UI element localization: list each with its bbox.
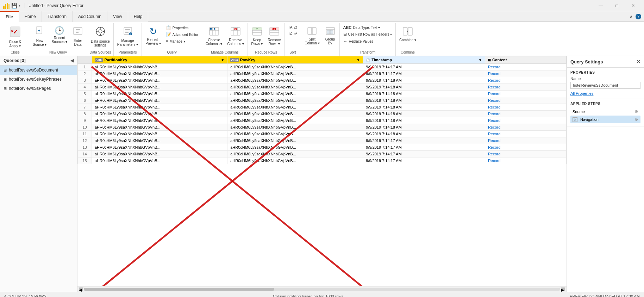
choose-columns-button[interactable]: ChooseColumns ▾ (204, 25, 224, 47)
record-link[interactable]: Record (488, 152, 500, 156)
table-row[interactable]: 6aHR0cHM6Ly9saXNhXNhbGVpVnB...aHR0cHM6Ly… (78, 97, 567, 104)
table-row[interactable]: 7aHR0cHM6Ly9saXNhXNhbGVpVnB...aHR0cHM6Ly… (78, 104, 567, 111)
query-item-hotel-reviews-key[interactable]: ⊞ hotelReviewsSsKeyPhrases (0, 75, 77, 84)
collapse-icon[interactable]: ∧ (630, 14, 633, 19)
table-row[interactable]: 13aHR0cHM6Ly9saXNhXNhbGVpVnB...aHR0cHM6L… (78, 144, 567, 151)
content-cell[interactable]: Record (485, 70, 566, 77)
manage-parameters-button[interactable]: ≡ ManageParameters ▾ (115, 25, 140, 48)
content-cell[interactable]: Record (485, 111, 566, 117)
queries-collapse-button[interactable]: ◀ (70, 58, 74, 63)
step-source-gear-icon[interactable]: ⚙ (634, 109, 638, 114)
combine-button[interactable]: Combine ▾ (397, 25, 418, 43)
col-header-partition[interactable]: ABC PartitionKey ▼ (92, 56, 227, 64)
record-link[interactable]: Record (488, 105, 500, 109)
recent-sources-button[interactable]: 🕒 RecentSources ▾ (49, 25, 69, 45)
enter-data-button[interactable]: EnterData (70, 25, 86, 48)
settings-close-icon[interactable]: ✕ (636, 59, 640, 64)
record-link[interactable]: Record (488, 125, 500, 129)
data-type-button[interactable]: ABC Data Type: Text ▾ (341, 25, 382, 30)
replace-values-button[interactable]: ↔ Replace Values (341, 38, 375, 44)
table-row[interactable]: 8aHR0cHM6Ly9saXNhXNhbGVpVnB...aHR0cHM6Ly… (78, 111, 567, 117)
step-source[interactable]: Source ⚙ (570, 108, 640, 116)
record-link[interactable]: Record (488, 112, 500, 116)
tab-transform[interactable]: Transform (42, 11, 73, 22)
content-cell[interactable]: Record (485, 97, 566, 104)
col-header-timestamp[interactable]: 🕐 Timestamp ▼ (363, 56, 485, 64)
partition-filter-icon[interactable]: ▼ (221, 58, 224, 62)
col-header-rowkey[interactable]: ABC RowKey ▼ (227, 56, 363, 64)
table-row[interactable]: 2aHR0cHM6Ly9saXNhXNhbGVpVnB...aHR0cHM6Ly… (78, 70, 567, 77)
keep-rows-button[interactable]: ✔ KeepRows ▾ (249, 25, 265, 47)
window-close-button[interactable]: ✕ (625, 0, 641, 11)
data-source-settings-button[interactable]: Data sourcesettings (89, 25, 112, 49)
query-name-input[interactable] (570, 82, 640, 89)
table-row[interactable]: 3aHR0cHM6Ly9saXNhXNhbGVpVnB...aHR0cHM6Ly… (78, 77, 567, 84)
tab-file[interactable]: File (0, 11, 19, 22)
refresh-preview-button[interactable]: ↻ RefreshPreview ▾ (143, 25, 163, 47)
table-row[interactable]: 9aHR0cHM6Ly9saXNhXNhbGVpVnB...aHR0cHM6Ly… (78, 117, 567, 124)
content-cell[interactable]: Record (485, 104, 566, 111)
rowkey-filter-icon[interactable]: ▼ (356, 58, 360, 62)
record-link[interactable]: Record (488, 145, 500, 149)
tab-help[interactable]: Help (128, 11, 149, 22)
tab-home[interactable]: Home (19, 11, 42, 22)
all-properties-link[interactable]: All Properties (570, 91, 593, 95)
content-cell[interactable]: Record (485, 84, 566, 91)
record-link[interactable]: Record (488, 159, 500, 163)
content-cell[interactable]: Record (485, 137, 566, 144)
record-link[interactable]: Record (488, 78, 500, 82)
record-link[interactable]: Record (488, 85, 500, 89)
sort-desc-button[interactable]: ↓Z ↑A (286, 31, 300, 36)
table-row[interactable]: 14aHR0cHM6Ly9saXNhXNhbGVpVnB...aHR0cHM6L… (78, 151, 567, 157)
content-cell[interactable]: Record (485, 91, 566, 97)
group-by-button[interactable]: GroupBy (323, 25, 338, 47)
table-row[interactable]: 1aHR0cHM6Ly9saXNhXNhbGVpVnB...aHR0cHM6Ly… (78, 64, 567, 70)
horizontal-scrollbar[interactable]: ◀ ▶ (77, 286, 567, 292)
help-icon[interactable]: ? (636, 14, 641, 19)
scroll-left-button[interactable]: ◀ (79, 287, 83, 291)
query-item-hotel-reviews-doc[interactable]: ⊞ hotelReviewsSsDocument (0, 66, 77, 75)
remove-rows-button[interactable]: RemoveRows ▾ (265, 25, 283, 47)
query-item-hotel-reviews-pages[interactable]: ⊞ hotelReviewsSsPages (0, 84, 77, 93)
save-icon[interactable]: 💾 (11, 3, 17, 8)
content-cell[interactable]: Record (485, 64, 566, 70)
maximize-button[interactable]: □ (609, 0, 625, 11)
record-link[interactable]: Record (488, 98, 500, 103)
content-cell[interactable]: Record (485, 151, 566, 157)
scroll-thumb[interactable] (84, 288, 274, 291)
content-cell[interactable]: Record (485, 157, 566, 164)
tab-view[interactable]: View (107, 11, 128, 22)
content-cell[interactable]: Record (485, 77, 566, 84)
record-link[interactable]: Record (488, 138, 500, 143)
record-link[interactable]: Record (488, 118, 500, 123)
table-row[interactable]: 10aHR0cHM6Ly9saXNhXNhbGVpVnB...aHR0cHM6L… (78, 124, 567, 131)
data-grid-container[interactable]: ABC PartitionKey ▼ ABC RowKey (77, 56, 567, 286)
properties-button[interactable]: 📋 Properties (164, 25, 200, 31)
content-cell[interactable]: Record (485, 144, 566, 151)
advanced-editor-button[interactable]: 📝 Advanced Editor (164, 31, 200, 38)
step-navigation-delete-icon[interactable]: ✕ (573, 117, 577, 122)
split-column-button[interactable]: SplitColumn ▾ (302, 25, 321, 47)
step-navigation-gear-icon[interactable]: ⚙ (634, 117, 638, 122)
table-row[interactable]: 12aHR0cHM6Ly9saXNhXNhbGVpVnB...aHR0cHM6L… (78, 137, 567, 144)
content-cell[interactable]: Record (485, 124, 566, 131)
remove-columns-button[interactable]: RemoveColumns ▾ (225, 25, 246, 47)
tab-add-column[interactable]: Add Column (73, 11, 107, 22)
record-link[interactable]: Record (488, 132, 500, 136)
content-cell[interactable]: Record (485, 131, 566, 137)
minimize-button[interactable]: — (593, 0, 609, 11)
table-row[interactable]: 15aHR0cHM6Ly9saXNhXNhbGVpVnB...aHR0cHM6L… (78, 157, 567, 164)
new-source-button[interactable]: + NewSource ▾ (31, 25, 49, 48)
table-row[interactable]: 4aHR0cHM6Ly9saXNhXNhbGVpVnB...aHR0cHM6Ly… (78, 84, 567, 91)
col-header-content[interactable]: ⊞ Content (485, 56, 566, 64)
record-link[interactable]: Record (488, 65, 500, 69)
table-row[interactable]: 11aHR0cHM6Ly9saXNhXNhbGVpVnB...aHR0cHM6L… (78, 131, 567, 137)
content-cell[interactable]: Record (485, 117, 566, 124)
record-link[interactable]: Record (488, 92, 500, 96)
sort-asc-button[interactable]: ↑A ↓Z (286, 25, 300, 30)
manage-button[interactable]: ≡ Manage ▾ (164, 38, 200, 44)
first-row-headers-button[interactable]: ⊟ Use First Row as Headers ▾ (341, 31, 394, 37)
timestamp-filter-icon[interactable]: ▼ (479, 58, 482, 62)
table-row[interactable]: 5aHR0cHM6Ly9saXNhXNhbGVpVnB...aHR0cHM6Ly… (78, 91, 567, 97)
close-apply-button[interactable]: ✔ ✖ Close &Apply ▾ (3, 25, 27, 50)
